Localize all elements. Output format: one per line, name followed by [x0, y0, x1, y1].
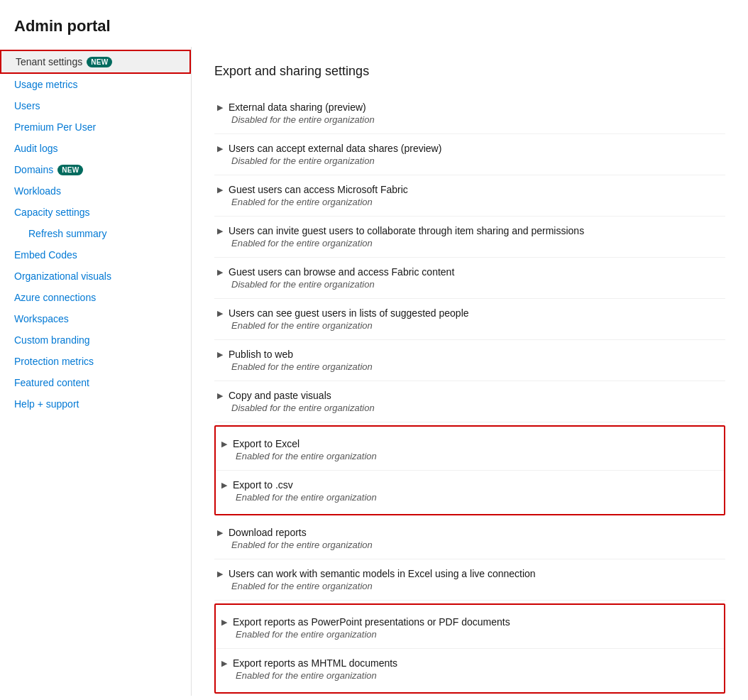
chevron-icon[interactable]: ▶	[221, 439, 227, 449]
setting-status: Enabled for the entire organization	[217, 238, 722, 248]
setting-status: Enabled for the entire organization	[217, 540, 722, 550]
sidebar-item-label: Featured content	[14, 377, 89, 388]
chevron-icon[interactable]: ▶	[217, 569, 223, 579]
setting-status: Enabled for the entire organization	[217, 581, 722, 591]
sidebar-item-label: Premium Per User	[14, 121, 96, 133]
chevron-icon[interactable]: ▶	[217, 391, 223, 400]
main-content: Export and sharing settings ▶External da…	[192, 47, 748, 696]
sidebar-item-capacity-settings[interactable]: Capacity settings	[0, 202, 191, 223]
setting-status: Disabled for the entire organization	[217, 155, 722, 166]
sidebar-item-label: Refresh summary	[28, 228, 106, 239]
setting-item-publish-to-web: ▶Publish to webEnabled for the entire or…	[214, 340, 725, 381]
section-title: Export and sharing settings	[214, 64, 725, 79]
sidebar-item-label: Help + support	[14, 398, 79, 410]
setting-item-guest-access-fabric: ▶Guest users can access Microsoft Fabric…	[214, 175, 725, 217]
setting-name: Export to .csv	[233, 479, 293, 491]
setting-item-semantic-models-excel: ▶Users can work with semantic models in …	[214, 559, 725, 601]
setting-status: Enabled for the entire organization	[217, 320, 722, 331]
settings-list: ▶External data sharing (preview)Disabled…	[214, 93, 725, 696]
chevron-icon[interactable]: ▶	[217, 309, 223, 318]
setting-name: Export reports as MHTML documents	[233, 657, 397, 669]
setting-status: Enabled for the entire organization	[221, 670, 718, 681]
chevron-icon[interactable]: ▶	[221, 659, 227, 668]
sidebar-item-label: Audit logs	[14, 143, 57, 154]
setting-item-see-guest-suggested: ▶Users can see guest users in lists of s…	[214, 299, 725, 340]
setting-status: Enabled for the entire organization	[221, 492, 718, 503]
badge-new: New	[57, 165, 83, 175]
setting-item-guest-browse-fabric: ▶Guest users can browse and access Fabri…	[214, 258, 725, 299]
setting-name: Copy and paste visuals	[229, 390, 331, 401]
sidebar-item-embed-codes[interactable]: Embed Codes	[0, 244, 191, 266]
setting-status: Enabled for the entire organization	[221, 451, 718, 461]
page-title: Admin portal	[0, 0, 748, 47]
chevron-icon[interactable]: ▶	[217, 350, 223, 359]
setting-name: Users can work with semantic models in E…	[229, 568, 536, 579]
setting-name: Export to Excel	[233, 438, 299, 449]
chevron-icon[interactable]: ▶	[217, 144, 223, 153]
chevron-icon[interactable]: ▶	[221, 481, 227, 490]
sidebar-item-tenant-settings[interactable]: Tenant settingsNew	[0, 50, 191, 74]
setting-item-export-to-excel: ▶Export to ExcelEnabled for the entire o…	[216, 430, 724, 471]
chevron-icon[interactable]: ▶	[217, 185, 223, 195]
chevron-icon[interactable]: ▶	[217, 103, 223, 112]
setting-item-invite-guest-collaborate: ▶Users can invite guest users to collabo…	[214, 217, 725, 258]
setting-item-copy-paste-visuals: ▶Copy and paste visualsDisabled for the …	[214, 381, 725, 422]
sidebar-item-label: Workloads	[14, 185, 61, 197]
sidebar-item-domains[interactable]: DomainsNew	[0, 159, 191, 180]
sidebar-item-protection-metrics[interactable]: Protection metrics	[0, 351, 191, 372]
setting-status: Enabled for the entire organization	[217, 361, 722, 372]
chevron-icon[interactable]: ▶	[217, 528, 223, 537]
chevron-icon[interactable]: ▶	[217, 226, 223, 236]
sidebar-item-premium-per-user[interactable]: Premium Per User	[0, 116, 191, 138]
sidebar-item-label: Users	[14, 100, 40, 111]
setting-item-export-powerpoint-pdf: ▶Export reports as PowerPoint presentati…	[216, 608, 724, 649]
sidebar-item-workloads[interactable]: Workloads	[0, 180, 191, 202]
setting-name: Guest users can browse and access Fabric…	[229, 266, 454, 278]
badge-new: New	[87, 57, 112, 67]
chevron-icon[interactable]: ▶	[217, 268, 223, 277]
sidebar-item-label: Workspaces	[14, 313, 69, 324]
sidebar-item-label: Embed Codes	[14, 249, 77, 261]
sidebar-item-label: Organizational visuals	[14, 270, 111, 282]
sidebar-item-audit-logs[interactable]: Audit logs	[0, 138, 191, 159]
setting-name: Publish to web	[229, 349, 293, 360]
setting-name: Users can invite guest users to collabor…	[229, 225, 584, 236]
setting-status: Disabled for the entire organization	[217, 403, 722, 413]
sidebar-item-label: Usage metrics	[14, 79, 77, 90]
sidebar-item-workspaces[interactable]: Workspaces	[0, 308, 191, 329]
setting-name: Guest users can access Microsoft Fabric	[229, 184, 408, 195]
setting-group-group2: ▶Export reports as PowerPoint presentati…	[214, 603, 725, 694]
sidebar: Tenant settingsNewUsage metricsUsersPrem…	[0, 47, 192, 696]
sidebar-item-label: Custom branding	[14, 334, 90, 346]
sidebar-item-help-support[interactable]: Help + support	[0, 393, 191, 415]
setting-status: Enabled for the entire organization	[221, 629, 718, 640]
setting-item-accept-external-shares: ▶Users can accept external data shares (…	[214, 134, 725, 175]
sidebar-item-azure-connections[interactable]: Azure connections	[0, 287, 191, 308]
setting-status: Enabled for the entire organization	[217, 197, 722, 207]
setting-name: Users can accept external data shares (p…	[229, 143, 441, 154]
setting-item-download-reports: ▶Download reportsEnabled for the entire …	[214, 518, 725, 559]
setting-item-export-to-csv: ▶Export to .csvEnabled for the entire or…	[216, 471, 724, 511]
setting-item-external-data-sharing: ▶External data sharing (preview)Disabled…	[214, 93, 725, 134]
sidebar-item-organizational-visuals[interactable]: Organizational visuals	[0, 266, 191, 287]
setting-name: Export reports as PowerPoint presentatio…	[233, 616, 510, 628]
sidebar-item-users[interactable]: Users	[0, 95, 191, 116]
setting-name: Download reports	[229, 527, 307, 538]
sidebar-item-refresh-summary[interactable]: Refresh summary	[0, 223, 191, 244]
setting-status: Disabled for the entire organization	[217, 114, 722, 125]
setting-status: Disabled for the entire organization	[217, 279, 722, 290]
chevron-icon[interactable]: ▶	[221, 618, 227, 627]
setting-group-group1: ▶Export to ExcelEnabled for the entire o…	[214, 425, 725, 515]
sidebar-item-label: Tenant settings	[16, 56, 82, 67]
sidebar-item-usage-metrics[interactable]: Usage metrics	[0, 74, 191, 95]
sidebar-item-label: Capacity settings	[14, 207, 90, 218]
setting-item-export-mhtml: ▶Export reports as MHTML documentsEnable…	[216, 649, 724, 689]
sidebar-item-label: Domains	[14, 164, 53, 175]
sidebar-item-label: Azure connections	[14, 292, 96, 303]
setting-name: External data sharing (preview)	[229, 102, 366, 113]
sidebar-item-featured-content[interactable]: Featured content	[0, 372, 191, 393]
sidebar-item-custom-branding[interactable]: Custom branding	[0, 329, 191, 351]
sidebar-item-label: Protection metrics	[14, 356, 94, 367]
setting-name: Users can see guest users in lists of su…	[229, 307, 469, 319]
